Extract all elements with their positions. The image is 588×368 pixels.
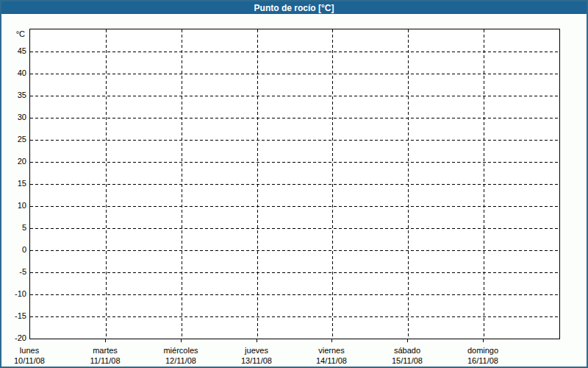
y-tick-label: -20 [3,333,26,343]
h-gridline [30,294,559,295]
x-axis-tick [483,339,484,342]
day-date: 12/11/08 [144,355,218,366]
day-name: martes [68,345,142,355]
h-gridline [30,228,559,229]
window-title: Punto de rocío [°C] [254,3,334,13]
x-axis-tick [257,339,257,342]
h-gridline [30,74,559,74]
x-day-label: sábado15/11/08 [370,345,444,366]
grid-layer [30,29,559,339]
day-name: lunes [0,345,66,355]
y-tick-label: 35 [3,90,26,100]
h-gridline [30,272,559,273]
y-tick-label: -5 [3,266,26,277]
x-axis-tick [181,339,182,342]
h-gridline [30,206,559,207]
h-gridline [30,316,559,317]
day-name: jueves [220,345,293,355]
x-day-label: martes11/11/08 [68,345,142,366]
h-gridline [30,162,559,163]
v-gridline [106,29,107,339]
y-tick-label: 10 [3,200,26,210]
day-date: 16/11/08 [446,355,520,366]
y-tick-label: -15 [3,311,26,321]
v-gridline [484,29,484,339]
y-tick-label: 30 [3,112,26,122]
h-gridline [30,140,559,141]
h-gridline [30,52,559,52]
x-day-label: lunes10/11/08 [0,345,66,366]
x-axis-tick [407,339,408,342]
v-gridline [182,29,182,339]
h-gridline [30,250,559,251]
h-gridline [30,96,559,96]
day-date: 14/11/08 [295,355,368,366]
plot-area [29,29,560,339]
x-day-label: domingo16/11/08 [446,345,520,366]
x-day-label: jueves13/11/08 [220,345,293,366]
y-tick-label: 15 [3,178,26,188]
y-tick-label: 25 [3,134,26,144]
y-tick-label: -10 [3,289,26,299]
chart-window: Punto de rocío [°C] °C 45403530252015105… [0,0,588,368]
day-date: 11/11/08 [68,355,142,366]
y-tick-label: 0 [3,244,26,255]
x-day-label: miércoles12/11/08 [144,345,218,366]
h-gridline [30,184,559,185]
day-date: 13/11/08 [220,355,293,366]
v-gridline [408,29,409,339]
window-titlebar: Punto de rocío [°C] [1,1,587,14]
y-tick-label: 45 [3,46,26,56]
y-axis-unit-label: °C [3,29,25,39]
v-gridline [257,29,258,339]
y-tick-label: 20 [3,156,26,166]
day-date: 15/11/08 [370,355,444,366]
day-name: viernes [295,345,368,355]
day-date: 10/11/08 [0,355,66,366]
day-name: sábado [370,345,444,355]
day-name: domingo [446,345,520,355]
y-tick-label: 5 [3,222,26,233]
x-day-label: viernes14/11/08 [295,345,368,366]
x-axis-tick [331,339,332,342]
y-tick-label: 40 [3,68,26,78]
x-axis-tick [105,339,106,342]
day-name: miércoles [144,345,218,355]
h-gridline [30,118,559,118]
v-gridline [332,29,333,339]
